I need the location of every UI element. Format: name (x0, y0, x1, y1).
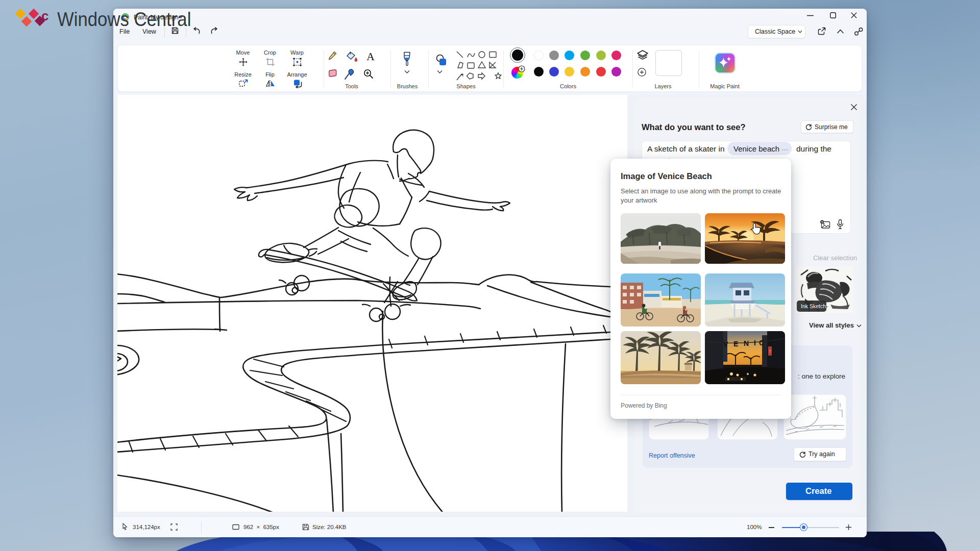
svg-text:T: T (769, 349, 772, 354)
svg-text:c: c (41, 8, 48, 23)
svg-text:I: I (754, 339, 756, 347)
svg-text:A: A (366, 51, 375, 63)
svg-text:N: N (744, 339, 749, 347)
svg-text:E: E (733, 340, 738, 348)
svg-text:C: C (759, 339, 764, 347)
svg-text:V: V (723, 340, 728, 348)
svg-text:E: E (769, 339, 774, 347)
